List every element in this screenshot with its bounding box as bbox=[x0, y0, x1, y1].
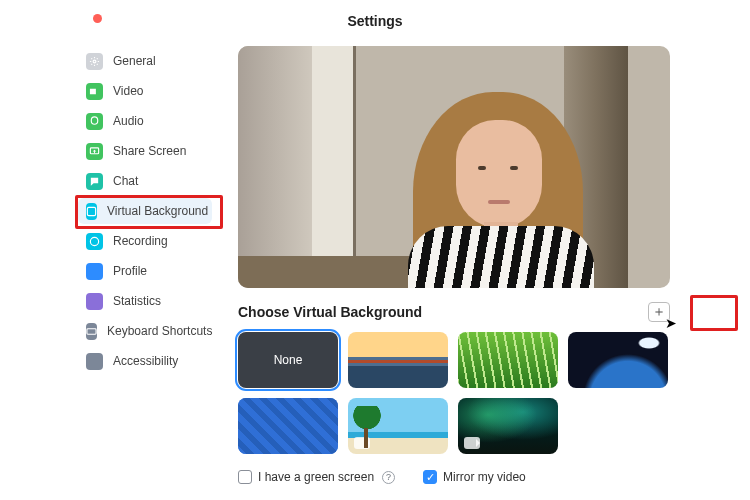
sidebar-item-label: Profile bbox=[113, 264, 147, 278]
background-thumb-beach[interactable] bbox=[348, 398, 448, 454]
svg-rect-4 bbox=[87, 207, 95, 215]
sidebar-item-label: Accessibility bbox=[113, 354, 178, 368]
sidebar-item-recording[interactable]: Recording bbox=[78, 228, 212, 254]
checkbox-icon: ✓ bbox=[423, 470, 437, 484]
video-badge-icon bbox=[354, 437, 370, 449]
sidebar-item-label: Statistics bbox=[113, 294, 161, 308]
sidebar-item-label: General bbox=[113, 54, 156, 68]
sidebar-item-accessibility[interactable]: Accessibility bbox=[78, 348, 212, 374]
sidebar-item-audio[interactable]: Audio bbox=[78, 108, 212, 134]
background-thumb-grass[interactable] bbox=[458, 332, 558, 388]
green-screen-checkbox[interactable]: I have a green screen ? bbox=[238, 470, 395, 484]
video-badge-icon bbox=[464, 437, 480, 449]
video-preview bbox=[238, 46, 670, 288]
mouse-cursor-icon: ➤ bbox=[665, 315, 677, 331]
recording-icon bbox=[86, 233, 103, 250]
thumb-label: None bbox=[274, 353, 303, 367]
share-icon bbox=[86, 143, 103, 160]
keyboard-icon bbox=[86, 323, 97, 340]
sidebar-item-label: Virtual Background bbox=[107, 204, 208, 218]
sidebar-item-label: Share Screen bbox=[113, 144, 186, 158]
sidebar-item-chat[interactable]: Chat bbox=[78, 168, 212, 194]
gear-icon bbox=[86, 53, 103, 70]
sidebar-item-general[interactable]: General bbox=[78, 48, 212, 74]
accessibility-icon bbox=[86, 353, 103, 370]
window-title: Settings bbox=[0, 5, 750, 29]
background-thumb-bridge[interactable] bbox=[348, 332, 448, 388]
video-icon bbox=[86, 83, 103, 100]
mirror-video-label: Mirror my video bbox=[443, 470, 526, 484]
chat-icon bbox=[86, 173, 103, 190]
background-thumb-None[interactable]: None bbox=[238, 332, 338, 388]
svg-point-6 bbox=[90, 237, 98, 245]
sidebar-item-label: Chat bbox=[113, 174, 138, 188]
sidebar-item-virtual-background[interactable]: Virtual Background bbox=[78, 198, 212, 224]
svg-rect-1 bbox=[90, 88, 96, 94]
background-thumb-earth[interactable] bbox=[568, 332, 668, 388]
sidebar-item-share-screen[interactable]: Share Screen bbox=[78, 138, 212, 164]
sidebar-item-label: Recording bbox=[113, 234, 168, 248]
green-screen-label: I have a green screen bbox=[258, 470, 374, 484]
annotation-highlight-add bbox=[690, 295, 738, 331]
profile-icon bbox=[86, 263, 103, 280]
svg-point-0 bbox=[93, 60, 96, 63]
background-thumb-blue[interactable] bbox=[238, 398, 338, 454]
audio-icon bbox=[86, 113, 103, 130]
add-background-button[interactable]: ＋ ➤ bbox=[648, 302, 670, 322]
sidebar-item-label: Keyboard Shortcuts bbox=[107, 324, 212, 338]
background-thumbnails: None bbox=[238, 332, 678, 454]
settings-sidebar: GeneralVideoAudioShare ScreenChatVirtual… bbox=[0, 34, 220, 500]
sidebar-item-profile[interactable]: Profile bbox=[78, 258, 212, 284]
plus-icon: ＋ bbox=[652, 303, 666, 321]
vb-icon bbox=[86, 203, 97, 220]
svg-rect-12 bbox=[87, 328, 96, 334]
sidebar-item-keyboard-shortcuts[interactable]: Keyboard Shortcuts bbox=[78, 318, 212, 344]
help-icon[interactable]: ? bbox=[382, 471, 395, 484]
settings-main: Choose Virtual Background ＋ ➤ None I hav… bbox=[220, 34, 750, 500]
sidebar-item-label: Audio bbox=[113, 114, 144, 128]
sidebar-item-statistics[interactable]: Statistics bbox=[78, 288, 212, 314]
mirror-video-checkbox[interactable]: ✓ Mirror my video bbox=[423, 470, 526, 484]
sidebar-item-video[interactable]: Video bbox=[78, 78, 212, 104]
sidebar-item-label: Video bbox=[113, 84, 143, 98]
background-thumb-aurora[interactable] bbox=[458, 398, 558, 454]
section-title: Choose Virtual Background bbox=[238, 304, 422, 320]
stats-icon bbox=[86, 293, 103, 310]
checkbox-icon bbox=[238, 470, 252, 484]
close-window-icon[interactable] bbox=[93, 14, 102, 23]
